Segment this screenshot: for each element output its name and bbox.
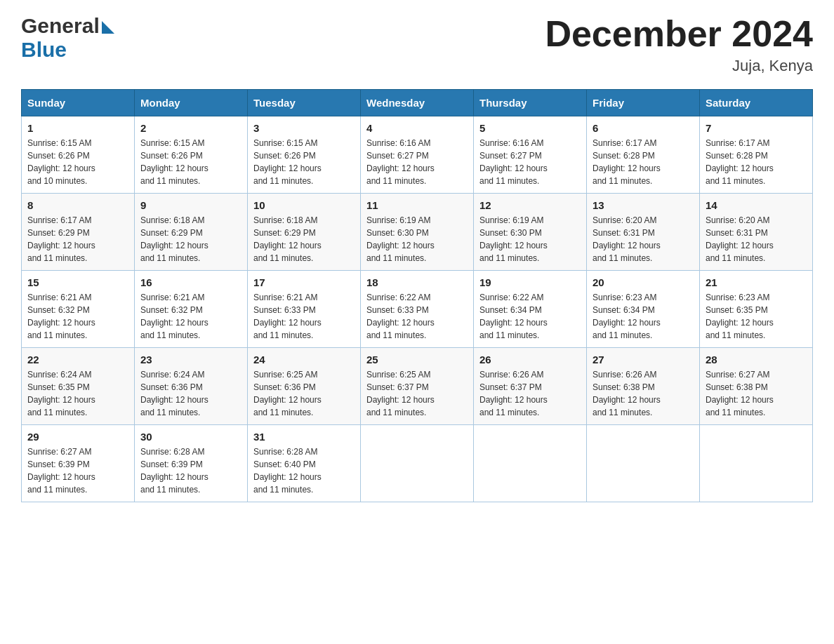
calendar-cell: 6Sunrise: 6:17 AMSunset: 6:28 PMDaylight… bbox=[587, 116, 700, 194]
day-info: Sunrise: 6:15 AMSunset: 6:26 PMDaylight:… bbox=[253, 137, 355, 187]
calendar-cell: 26Sunrise: 6:26 AMSunset: 6:37 PMDayligh… bbox=[474, 348, 587, 425]
day-info: Sunrise: 6:15 AMSunset: 6:26 PMDaylight:… bbox=[27, 137, 128, 187]
day-number: 24 bbox=[253, 354, 355, 365]
calendar-week-row: 29Sunrise: 6:27 AMSunset: 6:39 PMDayligh… bbox=[22, 425, 813, 502]
header-sunday: Sunday bbox=[22, 90, 135, 116]
calendar-cell: 22Sunrise: 6:24 AMSunset: 6:35 PMDayligh… bbox=[22, 348, 135, 425]
calendar-cell: 5Sunrise: 6:16 AMSunset: 6:27 PMDaylight… bbox=[474, 116, 587, 194]
day-info: Sunrise: 6:28 AMSunset: 6:39 PMDaylight:… bbox=[140, 445, 241, 496]
logo-blue-text: Blue bbox=[21, 38, 114, 62]
calendar-body: 1Sunrise: 6:15 AMSunset: 6:26 PMDaylight… bbox=[22, 116, 813, 502]
day-info: Sunrise: 6:18 AMSunset: 6:29 PMDaylight:… bbox=[253, 214, 355, 264]
day-info: Sunrise: 6:17 AMSunset: 6:28 PMDaylight:… bbox=[706, 137, 807, 187]
day-number: 29 bbox=[27, 431, 128, 443]
calendar-cell: 4Sunrise: 6:16 AMSunset: 6:27 PMDaylight… bbox=[361, 116, 474, 194]
location-text: Juja, Kenya bbox=[545, 57, 813, 75]
day-number: 12 bbox=[479, 199, 581, 211]
calendar-cell: 2Sunrise: 6:15 AMSunset: 6:26 PMDaylight… bbox=[135, 116, 248, 194]
day-info: Sunrise: 6:21 AMSunset: 6:32 PMDaylight:… bbox=[140, 291, 241, 342]
day-info: Sunrise: 6:22 AMSunset: 6:34 PMDaylight:… bbox=[479, 291, 581, 342]
calendar-cell: 31Sunrise: 6:28 AMSunset: 6:40 PMDayligh… bbox=[248, 425, 361, 502]
day-number: 1 bbox=[27, 122, 128, 134]
calendar-cell: 9Sunrise: 6:18 AMSunset: 6:29 PMDaylight… bbox=[135, 194, 248, 271]
day-number: 15 bbox=[27, 276, 128, 288]
calendar-cell: 19Sunrise: 6:22 AMSunset: 6:34 PMDayligh… bbox=[474, 271, 587, 348]
page-header: General Blue December 2024 Juja, Kenya bbox=[21, 14, 813, 75]
calendar-cell: 14Sunrise: 6:20 AMSunset: 6:31 PMDayligh… bbox=[700, 194, 813, 271]
day-info: Sunrise: 6:18 AMSunset: 6:29 PMDaylight:… bbox=[140, 214, 241, 264]
calendar-cell: 27Sunrise: 6:26 AMSunset: 6:38 PMDayligh… bbox=[587, 348, 700, 425]
calendar-cell: 8Sunrise: 6:17 AMSunset: 6:29 PMDaylight… bbox=[22, 194, 135, 271]
day-info: Sunrise: 6:26 AMSunset: 6:37 PMDaylight:… bbox=[479, 368, 581, 419]
day-info: Sunrise: 6:25 AMSunset: 6:37 PMDaylight:… bbox=[366, 368, 468, 419]
calendar-header: Sunday Monday Tuesday Wednesday Thursday… bbox=[22, 90, 813, 116]
calendar-week-row: 22Sunrise: 6:24 AMSunset: 6:35 PMDayligh… bbox=[22, 348, 813, 425]
day-number: 3 bbox=[253, 122, 355, 134]
day-info: Sunrise: 6:16 AMSunset: 6:27 PMDaylight:… bbox=[366, 137, 468, 187]
day-number: 23 bbox=[140, 354, 241, 365]
calendar-cell: 15Sunrise: 6:21 AMSunset: 6:32 PMDayligh… bbox=[22, 271, 135, 348]
calendar-cell: 18Sunrise: 6:22 AMSunset: 6:33 PMDayligh… bbox=[361, 271, 474, 348]
header-saturday: Saturday bbox=[700, 90, 813, 116]
day-number: 8 bbox=[27, 199, 128, 211]
day-info: Sunrise: 6:22 AMSunset: 6:33 PMDaylight:… bbox=[366, 291, 468, 342]
header-thursday: Thursday bbox=[474, 90, 587, 116]
day-number: 21 bbox=[706, 276, 807, 288]
calendar-cell bbox=[587, 425, 700, 502]
day-number: 9 bbox=[140, 199, 241, 211]
day-number: 6 bbox=[593, 122, 694, 134]
logo-arrow-icon bbox=[102, 21, 114, 34]
day-info: Sunrise: 6:25 AMSunset: 6:36 PMDaylight:… bbox=[253, 368, 355, 419]
header-tuesday: Tuesday bbox=[248, 90, 361, 116]
day-number: 4 bbox=[366, 122, 468, 134]
header-monday: Monday bbox=[135, 90, 248, 116]
calendar-week-row: 15Sunrise: 6:21 AMSunset: 6:32 PMDayligh… bbox=[22, 271, 813, 348]
day-number: 13 bbox=[593, 199, 694, 211]
day-number: 2 bbox=[140, 122, 241, 134]
day-number: 31 bbox=[253, 431, 355, 443]
calendar-cell: 29Sunrise: 6:27 AMSunset: 6:39 PMDayligh… bbox=[22, 425, 135, 502]
day-info: Sunrise: 6:28 AMSunset: 6:40 PMDaylight:… bbox=[253, 445, 355, 496]
day-info: Sunrise: 6:19 AMSunset: 6:30 PMDaylight:… bbox=[366, 214, 468, 264]
calendar-cell: 10Sunrise: 6:18 AMSunset: 6:29 PMDayligh… bbox=[248, 194, 361, 271]
day-number: 20 bbox=[593, 276, 694, 288]
calendar-cell: 16Sunrise: 6:21 AMSunset: 6:32 PMDayligh… bbox=[135, 271, 248, 348]
calendar-cell bbox=[361, 425, 474, 502]
calendar-cell: 20Sunrise: 6:23 AMSunset: 6:34 PMDayligh… bbox=[587, 271, 700, 348]
day-number: 22 bbox=[27, 354, 128, 365]
day-info: Sunrise: 6:24 AMSunset: 6:36 PMDaylight:… bbox=[140, 368, 241, 419]
calendar-cell: 28Sunrise: 6:27 AMSunset: 6:38 PMDayligh… bbox=[700, 348, 813, 425]
day-info: Sunrise: 6:16 AMSunset: 6:27 PMDaylight:… bbox=[479, 137, 581, 187]
calendar-cell: 13Sunrise: 6:20 AMSunset: 6:31 PMDayligh… bbox=[587, 194, 700, 271]
day-number: 28 bbox=[706, 354, 807, 365]
day-info: Sunrise: 6:20 AMSunset: 6:31 PMDaylight:… bbox=[706, 214, 807, 264]
day-info: Sunrise: 6:17 AMSunset: 6:28 PMDaylight:… bbox=[593, 137, 694, 187]
calendar-cell: 25Sunrise: 6:25 AMSunset: 6:37 PMDayligh… bbox=[361, 348, 474, 425]
day-number: 27 bbox=[593, 354, 694, 365]
day-info: Sunrise: 6:24 AMSunset: 6:35 PMDaylight:… bbox=[27, 368, 128, 419]
day-number: 7 bbox=[706, 122, 807, 134]
day-info: Sunrise: 6:23 AMSunset: 6:35 PMDaylight:… bbox=[706, 291, 807, 342]
day-number: 17 bbox=[253, 276, 355, 288]
day-info: Sunrise: 6:15 AMSunset: 6:26 PMDaylight:… bbox=[140, 137, 241, 187]
day-info: Sunrise: 6:17 AMSunset: 6:29 PMDaylight:… bbox=[27, 214, 128, 264]
day-info: Sunrise: 6:26 AMSunset: 6:38 PMDaylight:… bbox=[593, 368, 694, 419]
calendar-cell: 11Sunrise: 6:19 AMSunset: 6:30 PMDayligh… bbox=[361, 194, 474, 271]
day-info: Sunrise: 6:19 AMSunset: 6:30 PMDaylight:… bbox=[479, 214, 581, 264]
calendar-cell: 23Sunrise: 6:24 AMSunset: 6:36 PMDayligh… bbox=[135, 348, 248, 425]
calendar-cell bbox=[700, 425, 813, 502]
day-number: 19 bbox=[479, 276, 581, 288]
calendar-table: Sunday Monday Tuesday Wednesday Thursday… bbox=[21, 89, 813, 502]
day-info: Sunrise: 6:23 AMSunset: 6:34 PMDaylight:… bbox=[593, 291, 694, 342]
day-info: Sunrise: 6:20 AMSunset: 6:31 PMDaylight:… bbox=[593, 214, 694, 264]
calendar-cell: 1Sunrise: 6:15 AMSunset: 6:26 PMDaylight… bbox=[22, 116, 135, 194]
day-number: 26 bbox=[479, 354, 581, 365]
day-number: 5 bbox=[479, 122, 581, 134]
calendar-cell: 24Sunrise: 6:25 AMSunset: 6:36 PMDayligh… bbox=[248, 348, 361, 425]
header-friday: Friday bbox=[587, 90, 700, 116]
weekday-header-row: Sunday Monday Tuesday Wednesday Thursday… bbox=[22, 90, 813, 116]
day-number: 30 bbox=[140, 431, 241, 443]
day-info: Sunrise: 6:27 AMSunset: 6:38 PMDaylight:… bbox=[706, 368, 807, 419]
day-number: 11 bbox=[366, 199, 468, 211]
calendar-cell: 12Sunrise: 6:19 AMSunset: 6:30 PMDayligh… bbox=[474, 194, 587, 271]
